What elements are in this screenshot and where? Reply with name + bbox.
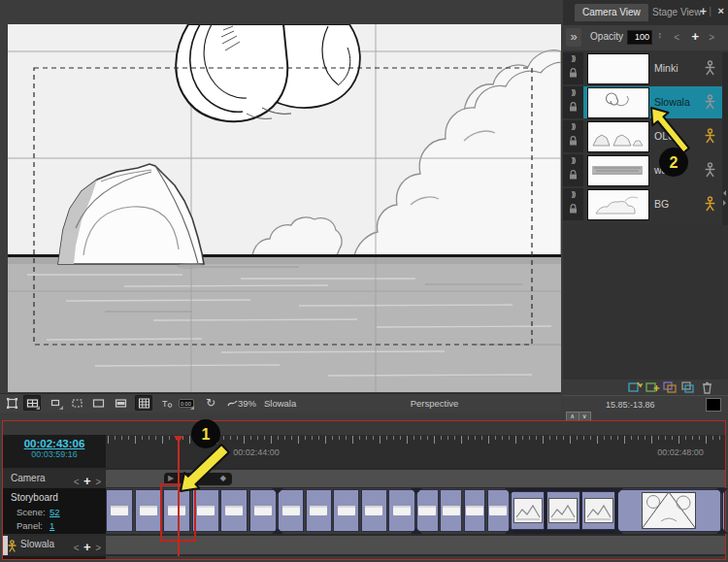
layer-track-header[interactable]: Slowala < + > — [3, 536, 106, 554]
scene-number-link[interactable]: 52 — [50, 507, 60, 517]
visibility-icon[interactable]: )) — [563, 154, 583, 166]
layer-thumbnail[interactable] — [587, 87, 649, 118]
camera-track[interactable]: ▶ ◆ — [106, 470, 725, 487]
storyboard-panel[interactable] — [333, 489, 359, 532]
layer-row-slowala[interactable]: ))Slowala — [563, 86, 722, 118]
panel-boundary-handle[interactable] — [411, 488, 422, 494]
puppet-icon[interactable] — [704, 128, 716, 148]
zoom-level[interactable]: 39% — [238, 398, 256, 409]
camera-add-icon[interactable]: + — [83, 474, 91, 488]
storyboard-panel[interactable] — [511, 491, 545, 530]
layer-thumbnail[interactable] — [587, 121, 649, 152]
storyboard-panel[interactable] — [487, 489, 510, 532]
next-layer-icon[interactable]: > — [709, 32, 714, 43]
opacity-input[interactable]: 100 — [627, 30, 652, 45]
storyboard-panel[interactable] — [388, 489, 414, 532]
camera-frame-icon[interactable] — [89, 395, 107, 411]
puppet-icon[interactable] — [704, 162, 716, 182]
track-next-icon[interactable]: > — [95, 543, 101, 553]
storyboard-panel[interactable] — [440, 489, 462, 532]
storyboard-panel[interactable] — [416, 489, 439, 532]
camera-transform-tool-icon[interactable] — [3, 395, 20, 411]
panel-boundary-handle[interactable] — [505, 488, 516, 494]
layer-row-olul[interactable]: ))OLUL — [563, 120, 722, 152]
lock-icon[interactable] — [569, 102, 578, 112]
lock-icon[interactable] — [569, 136, 578, 146]
rotate-view-icon[interactable]: ↻ — [202, 395, 219, 411]
camera-prev-icon[interactable]: < — [74, 477, 80, 487]
panel-boundary-handle[interactable] — [716, 528, 728, 534]
scroll-left-icon[interactable] — [723, 190, 726, 196]
storyboard-panel[interactable] — [581, 491, 615, 530]
collapse-panel-icon[interactable]: » — [566, 28, 581, 47]
panel-number-link[interactable]: 1 — [50, 520, 54, 531]
layer-thumbnail[interactable] — [587, 155, 649, 186]
storyboard-panel[interactable] — [546, 491, 580, 530]
camera-next-icon[interactable]: > — [95, 477, 101, 487]
letterbox-icon[interactable] — [112, 395, 129, 411]
storyboard-panel[interactable] — [249, 489, 277, 532]
lock-icon[interactable] — [569, 68, 578, 78]
layer-row-minki[interactable]: ))Minki — [563, 52, 722, 84]
close-view-icon[interactable]: × — [718, 5, 724, 17]
storyboard-panel[interactable] — [278, 489, 304, 532]
puppet-icon[interactable] — [704, 60, 716, 80]
current-timecode[interactable]: 00:02:43:06 — [3, 438, 106, 449]
camera-track-header[interactable]: Camera < + > — [3, 470, 106, 487]
storyboard-panel[interactable] — [220, 489, 248, 532]
storyboard-panel[interactable] — [722, 489, 725, 532]
panel-boundary-handle[interactable] — [716, 488, 728, 494]
visibility-icon[interactable]: )) — [563, 86, 583, 98]
add-group-layer-icon[interactable] — [663, 380, 678, 394]
panel-boundary-handle[interactable] — [272, 488, 283, 494]
storyboard-panel[interactable] — [135, 489, 162, 532]
storyboard-panel[interactable] — [617, 489, 721, 532]
track-add-icon[interactable]: + — [83, 540, 91, 554]
panel-boundary-handle[interactable] — [411, 528, 422, 534]
layer-thumbnail[interactable] — [587, 189, 649, 220]
add-vector-layer-icon[interactable] — [628, 380, 643, 394]
layer-list-scrollbar[interactable] — [722, 52, 728, 225]
storyboard-panel[interactable] — [106, 489, 133, 532]
timeline-ruler[interactable]: 00:02:44:0000:02:48:00 — [106, 435, 725, 468]
add-view-icon[interactable]: + — [700, 5, 707, 18]
scroll-right-icon[interactable] — [723, 200, 726, 206]
lock-icon[interactable] — [569, 204, 578, 214]
prev-layer-icon[interactable]: < — [674, 32, 679, 43]
playhead-line[interactable] — [178, 438, 180, 556]
visibility-icon[interactable]: )) — [563, 120, 583, 132]
safe-area-icon[interactable] — [68, 395, 85, 411]
panel-boundary-handle[interactable] — [505, 528, 516, 534]
puppet-icon[interactable] — [704, 94, 716, 114]
storyboard-panel[interactable] — [361, 489, 387, 532]
layer-row-bg[interactable]: ))BG — [563, 188, 722, 220]
panel-boundary-handle[interactable] — [612, 528, 623, 534]
layer-motion-track[interactable] — [106, 536, 725, 554]
duplicate-layer-icon[interactable] — [680, 380, 695, 394]
add-bitmap-layer-icon[interactable] — [645, 380, 660, 394]
fps-display-icon[interactable]: 0:00 — [178, 395, 195, 411]
add-layer-plus-icon[interactable]: + — [691, 29, 699, 44]
layer-thumbnail[interactable] — [587, 53, 649, 84]
panel-boundary-handle[interactable] — [272, 528, 283, 534]
visibility-icon[interactable]: )) — [563, 188, 583, 200]
puppet-icon[interactable] — [704, 196, 716, 215]
color-swatch[interactable] — [706, 398, 721, 412]
panel-boundary-handle[interactable] — [612, 488, 623, 494]
thumbnail-frame-icon[interactable] — [47, 395, 64, 411]
visibility-icon[interactable]: )) — [563, 52, 583, 64]
storyboard-drawing-canvas[interactable] — [8, 24, 561, 392]
layer-row-water[interactable]: ))water — [563, 154, 722, 186]
keyframe-diamond-icon[interactable]: ◆ — [220, 474, 226, 482]
delete-layer-icon[interactable] — [700, 380, 714, 394]
camera-grid-icon[interactable] — [135, 395, 152, 411]
storyboard-panel[interactable] — [306, 489, 332, 532]
lock-icon[interactable] — [569, 170, 578, 180]
storyboard-track-header[interactable]: Storyboard Scene: 52 Panel: 1 — [3, 488, 106, 534]
timeline-scroll-nub[interactable] — [3, 536, 8, 555]
storyboard-panel[interactable] — [464, 489, 486, 532]
track-prev-icon[interactable]: < — [74, 543, 80, 553]
opacity-stepper-icon[interactable]: ↕ — [658, 30, 663, 40]
camera-mask-icon[interactable] — [23, 395, 41, 411]
title-safe-icon[interactable]: T — [157, 395, 175, 411]
